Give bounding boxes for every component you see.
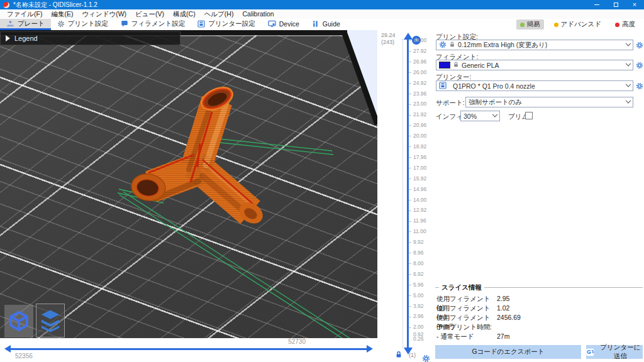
mode-簡易[interactable]: 簡易: [516, 19, 544, 30]
menu-item-3[interactable]: ウィンドウ(W): [77, 9, 131, 19]
menubar: ファイル(F)編集(E)ウィンドウ(W)ビュー(V)構成(C)ヘルプ(H)Cal…: [0, 9, 644, 19]
layer-tick: 21.92: [409, 111, 426, 118]
tab-Device[interactable]: Device: [262, 19, 306, 30]
svg-text:G: G: [587, 349, 591, 355]
mode-dot-icon: [554, 23, 558, 27]
menu-item-2[interactable]: 編集(E): [47, 9, 77, 19]
gear-icon: [439, 41, 447, 50]
app-icon: [3, 2, 9, 8]
titlebar: *名称未設定 - QIDISlicer-1.1.2 ×: [0, 0, 644, 9]
window-title: *名称未設定 - QIDISlicer-1.1.2: [13, 0, 97, 9]
chevron-down-icon: [626, 81, 631, 86]
support-combo[interactable]: 強制サポートのみ: [465, 97, 633, 107]
printer-combo[interactable]: Q1PRO * Q1 Pro 0.4 nozzle: [436, 80, 633, 91]
layer-tick: 15.92: [409, 175, 426, 182]
layer-tick: 9.92: [409, 239, 424, 245]
minimize-icon: [594, 4, 599, 5]
moves-slider-right-handle[interactable]: [367, 345, 373, 353]
tabbar: プレートプリント設定フィラメント設定プリンター設定DeviceGuide 簡易ア…: [0, 19, 644, 30]
layer-tick: 11.96: [409, 217, 426, 224]
layer-slider-zone: 29.24 (243) + 29.0027.9226.9626.0024.922…: [377, 30, 434, 362]
legend-label: Legend: [14, 35, 38, 42]
menu-item-4[interactable]: ビュー(V): [131, 9, 169, 19]
tab-Guide[interactable]: Guide: [306, 19, 347, 30]
chevron-down-icon: [626, 97, 631, 102]
scene-overlay: [0, 30, 377, 338]
filament-icon: [121, 20, 128, 28]
close-button[interactable]: ×: [625, 0, 644, 9]
menu-item-5[interactable]: 構成(C): [169, 9, 200, 19]
print-time-title: 予測プリント時間:: [436, 323, 638, 332]
layer-tick: 20.00: [409, 133, 426, 139]
mode-switcher: 簡易アドバンスド高度: [516, 19, 644, 30]
tab-label: Device: [279, 20, 299, 28]
layer-tick: 11.00: [409, 228, 426, 234]
mode-高度[interactable]: 高度: [611, 19, 639, 30]
layer-tick: 8.00: [409, 260, 424, 266]
menu-item-1[interactable]: ファイル(F): [3, 9, 47, 19]
support-label: サポート:: [436, 99, 465, 107]
layer-tick: 17.96: [409, 154, 426, 160]
brim-checkbox[interactable]: [525, 112, 533, 119]
layer-tick: 26.00: [409, 69, 426, 75]
infill-combo[interactable]: 30%: [460, 111, 500, 121]
layer-tick: 23.00: [409, 101, 426, 107]
chevron-down-icon: [626, 60, 631, 65]
lock-icon: [453, 61, 459, 69]
plate-icon: [6, 19, 14, 28]
layer-tick: 14.00: [409, 197, 426, 203]
moves-slider-min: 52356: [15, 353, 33, 359]
tab-label: Guide: [323, 20, 340, 28]
print-time-row: - 通常モード27m: [436, 332, 638, 341]
tab-label: プリンター設定: [208, 19, 255, 28]
layer-slider-current-height: 29.24: [381, 32, 396, 38]
menu-item-7[interactable]: Calibration: [238, 9, 278, 19]
layer-slider-ruler: [402, 39, 403, 348]
edit-filament-button[interactable]: [635, 61, 644, 70]
gcode-send-icon: G: [586, 348, 594, 357]
lock-icon[interactable]: [395, 349, 402, 361]
layer-tick: 2.96: [409, 313, 424, 319]
layer-tick: 26.96: [409, 58, 426, 65]
3d-viewport[interactable]: Legend: [0, 30, 377, 338]
close-icon: ×: [633, 1, 636, 8]
moves-slider-max: 52730: [268, 338, 306, 345]
lock-icon: [449, 41, 455, 49]
model-pipe-connector: [130, 83, 267, 228]
slice-info-groupbox: スライス情報: [435, 287, 643, 288]
layer-tick: 8.96: [409, 250, 424, 256]
tab-プリント設定[interactable]: プリント設定: [51, 19, 114, 30]
layer-tick: 29.00: [409, 37, 426, 43]
tab-label: フィラメント設定: [131, 19, 185, 28]
minimize-button[interactable]: [587, 0, 606, 9]
tab-プリンター設定[interactable]: プリンター設定: [191, 19, 261, 30]
preview-view-button[interactable]: [36, 304, 65, 337]
tab-label: プリント設定: [68, 19, 108, 28]
moves-slider-track[interactable]: [10, 348, 367, 350]
printer-icon: [197, 20, 205, 28]
menu-item-6[interactable]: ヘルプ(H): [200, 9, 238, 19]
layer-tick: 12.92: [409, 207, 426, 213]
layer-slider-current-layer: (243): [381, 39, 394, 45]
export-gcode-button[interactable]: Gコードのエクスポート: [435, 345, 581, 359]
moves-slider-zone: 52730 52356: [0, 338, 377, 362]
filament-combo[interactable]: Generic PLA: [436, 60, 633, 70]
print-settings-combo[interactable]: 0.12mm Extra High (変更あり): [436, 40, 633, 50]
travel-moves: [118, 138, 350, 338]
maximize-icon: [614, 3, 618, 7]
layer-tick: 5.00: [409, 292, 424, 299]
editor-view-button[interactable]: [4, 305, 33, 337]
legend-toggle[interactable]: Legend: [0, 31, 180, 45]
edit-printer-button[interactable]: [635, 82, 644, 90]
layer-tick: 6.92: [409, 271, 424, 277]
gear-icon: [57, 20, 65, 28]
tab-フィラメント設定[interactable]: フィラメント設定: [114, 19, 191, 30]
tab-プレート[interactable]: プレート: [0, 19, 51, 30]
printer-icon: [439, 82, 447, 90]
mode-アドバンスド[interactable]: アドバンスド: [550, 19, 605, 30]
slider-settings-gear-icon[interactable]: [422, 354, 430, 362]
maximize-button[interactable]: [606, 0, 625, 9]
edit-print-settings-button[interactable]: [635, 41, 644, 50]
layer-tick: 18.92: [409, 143, 426, 150]
send-to-printer-button[interactable]: G プリンターに送信: [586, 345, 643, 359]
